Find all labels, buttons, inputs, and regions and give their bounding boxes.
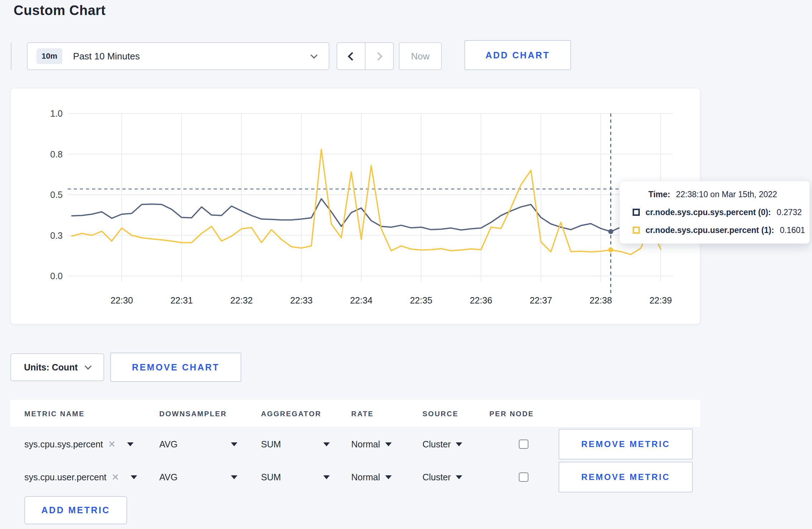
column-header-source: SOURCE: [422, 400, 459, 428]
prev-button[interactable]: [337, 43, 366, 69]
aggregator-select[interactable]: SUM: [261, 461, 330, 494]
x-tick-label: 22:35: [410, 295, 432, 305]
caret-down-icon: [231, 475, 237, 479]
metric-name-value: sys.cpu.user.percent: [24, 472, 106, 482]
caret-down-icon: [456, 442, 462, 446]
caret-down-icon: [323, 475, 330, 479]
hover-dot-0: [608, 229, 613, 234]
tooltip-time-label: Time:: [648, 190, 670, 199]
per-node-cell: [519, 461, 528, 494]
aggregator-select[interactable]: SUM: [261, 428, 330, 461]
series-swatch-user: [633, 227, 640, 234]
metric-name-select[interactable]: sys.cpu.sys.percent ✕: [24, 428, 134, 461]
hover-dot-1: [608, 247, 613, 252]
y-tick-label: 0.5: [50, 190, 63, 200]
source-value: Cluster: [422, 439, 451, 450]
tooltip-series-label: cr.node.sys.cpu.user.percent (1):: [646, 225, 774, 235]
time-range-select[interactable]: 10m Past 10 Minutes: [27, 42, 329, 70]
column-header-downsampler: DOWNSAMPLER: [159, 400, 227, 428]
metric-row: sys.cpu.user.percent ✕ AVG SUM Normal Cl…: [10, 461, 700, 494]
page-title: Custom Chart: [14, 3, 106, 18]
y-tick-label: 0.3: [50, 230, 63, 241]
x-tick-label: 22:38: [590, 295, 612, 305]
source-select[interactable]: Cluster: [422, 428, 462, 461]
remove-chart-button[interactable]: REMOVE CHART: [110, 353, 241, 382]
close-icon[interactable]: ✕: [108, 439, 116, 450]
y-tick-label: 0.0: [50, 271, 63, 281]
metric-name-value: sys.cpu.sys.percent: [24, 439, 103, 450]
downsampler-select[interactable]: AVG: [159, 428, 237, 461]
tooltip-series-value: 0.1601: [780, 225, 805, 235]
chevron-right-icon: [374, 52, 382, 60]
remove-metric-button[interactable]: REMOVE METRIC: [559, 462, 693, 492]
downsampler-select[interactable]: AVG: [159, 461, 237, 494]
chart-card: 0.00.30.50.81.022:3022:3122:3222:3322:34…: [10, 88, 700, 324]
rate-value: Normal: [351, 472, 380, 482]
aggregator-value: SUM: [261, 439, 281, 450]
column-header-metric-name: METRIC NAME: [24, 400, 85, 428]
time-pager: [337, 42, 394, 70]
next-button[interactable]: [366, 43, 393, 69]
caret-down-icon: [385, 475, 392, 479]
tooltip-time-value: 22:38:10 on Mar 15th, 2022: [676, 190, 777, 199]
caret-down-icon: [385, 442, 392, 446]
tooltip-series-row: cr.node.sys.cpu.user.percent (1): 0.1601: [633, 222, 809, 238]
y-tick-label: 0.8: [50, 149, 63, 159]
tooltip-series-value: 0.2732: [777, 208, 802, 217]
per-node-checkbox[interactable]: [519, 472, 528, 482]
series-swatch-sys: [633, 209, 640, 216]
x-tick-label: 22:32: [230, 295, 253, 305]
units-label: Units: Count: [24, 362, 78, 373]
units-select[interactable]: Units: Count: [10, 353, 104, 381]
x-tick-label: 22:30: [111, 295, 133, 305]
chevron-left-icon: [348, 52, 356, 60]
downsampler-value: AVG: [159, 472, 178, 482]
per-node-cell: [519, 428, 528, 461]
caret-down-icon: [231, 442, 237, 446]
metric-row: sys.cpu.sys.percent ✕ AVG SUM Normal Clu…: [10, 428, 700, 461]
caret-down-icon[interactable]: [131, 475, 137, 479]
tooltip-series-label: cr.node.sys.cpu.sys.percent (0):: [646, 208, 771, 217]
x-tick-label: 22:34: [350, 295, 373, 305]
time-range-badge: 10m: [37, 48, 62, 64]
series-line-1: [72, 149, 661, 254]
source-value: Cluster: [422, 472, 451, 482]
controls-divider: [11, 43, 11, 70]
column-header-aggregator: AGGREGATOR: [261, 400, 322, 428]
tooltip-time-row: Time: 22:38:10 on Mar 15th, 2022: [633, 186, 809, 203]
caret-down-icon: [456, 475, 462, 479]
downsampler-value: AVG: [159, 439, 178, 450]
chevron-down-icon: [84, 363, 92, 370]
caret-down-icon: [323, 442, 330, 446]
aggregator-value: SUM: [261, 472, 281, 482]
chevron-down-icon: [310, 52, 318, 59]
chart-tooltip: Time: 22:38:10 on Mar 15th, 2022 cr.node…: [619, 181, 810, 244]
x-tick-label: 22:33: [290, 295, 313, 305]
column-header-per-node: PER NODE: [489, 400, 534, 428]
time-range-label: Past 10 Minutes: [73, 51, 311, 62]
x-tick-label: 22:39: [649, 295, 672, 305]
add-metric-button[interactable]: ADD METRIC: [24, 496, 127, 524]
per-node-checkbox[interactable]: [519, 440, 528, 449]
rate-value: Normal: [351, 439, 380, 450]
chart-plot-area[interactable]: 0.00.30.50.81.022:3022:3122:3222:3322:34…: [11, 88, 701, 325]
rate-select[interactable]: Normal: [351, 428, 392, 461]
now-button[interactable]: Now: [399, 42, 442, 70]
metric-name-select[interactable]: sys.cpu.user.percent ✕: [24, 461, 137, 494]
x-tick-label: 22:36: [470, 295, 492, 305]
close-icon[interactable]: ✕: [111, 472, 119, 483]
add-chart-button[interactable]: ADD CHART: [464, 40, 571, 70]
remove-metric-button[interactable]: REMOVE METRIC: [559, 429, 693, 460]
source-select[interactable]: Cluster: [422, 461, 462, 494]
x-tick-label: 22:37: [530, 295, 552, 305]
caret-down-icon[interactable]: [127, 442, 134, 446]
column-header-rate: RATE: [351, 400, 374, 428]
rate-select[interactable]: Normal: [351, 461, 392, 494]
x-tick-label: 22:31: [170, 295, 193, 305]
y-tick-label: 1.0: [50, 108, 63, 118]
metrics-table-header: METRIC NAME DOWNSAMPLER AGGREGATOR RATE …: [10, 400, 700, 428]
tooltip-series-row: cr.node.sys.cpu.sys.percent (0): 0.2732: [633, 204, 809, 220]
